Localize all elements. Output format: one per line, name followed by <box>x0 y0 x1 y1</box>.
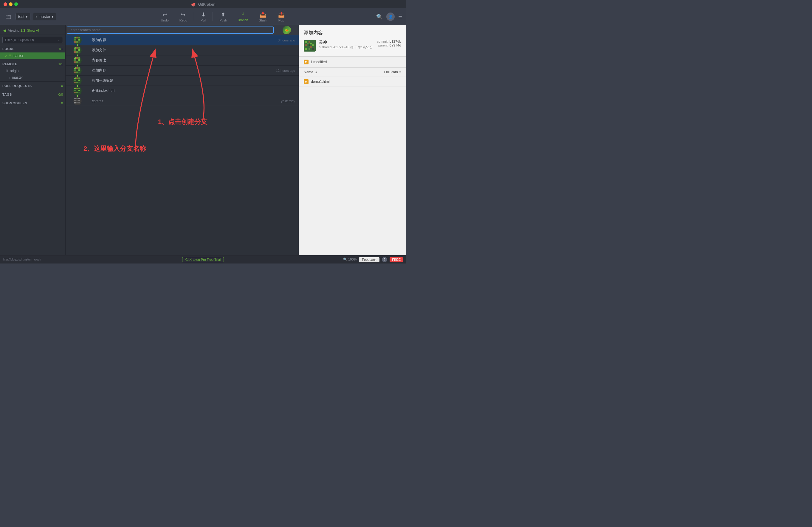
commit-node-avatar <box>73 46 82 55</box>
feedback-button[interactable]: Feedback <box>359 257 379 262</box>
sidebar-item-master-local[interactable]: ✓ ⑂ master <box>0 53 65 59</box>
fullscreen-button[interactable] <box>14 2 18 6</box>
svg-rect-67 <box>78 100 80 101</box>
branch-input-row: 🐸 <box>66 25 299 35</box>
commit-node-avatar <box>73 77 82 85</box>
commit-row[interactable]: 添加文件 <box>66 45 299 56</box>
local-master-label: master <box>13 54 24 58</box>
branch-dropdown-icon: ▾ <box>52 14 54 19</box>
commit-row[interactable]: 内容修改 <box>66 56 299 65</box>
commit-author-name: 吴冲 <box>319 40 374 45</box>
file-name-text: demo1.html <box>311 79 330 84</box>
branch-item-icon: ⑂ <box>9 54 11 58</box>
submodules-header[interactable]: SUBMODULES 0 <box>0 100 65 107</box>
tags-header[interactable]: TAGS 0/0 <box>0 91 65 98</box>
commit-info: 添加文件 <box>89 48 299 53</box>
local-section-header[interactable]: LOCAL 1/1 <box>0 45 65 53</box>
minimize-button[interactable] <box>9 2 13 6</box>
commit-message: commit <box>92 99 296 103</box>
repo-selector[interactable]: test ▾ <box>15 13 30 20</box>
remote-branch-icon: ⑂ <box>8 75 11 79</box>
origin-label: origin <box>10 69 18 73</box>
svg-rect-81 <box>307 46 308 48</box>
svg-rect-32 <box>74 67 76 69</box>
svg-rect-50 <box>78 82 80 83</box>
commit-list: 3 hours ago添加内容 添加文件 内容修改 12 hours ago添加… <box>66 35 299 106</box>
commit-node-avatar <box>73 36 82 44</box>
file-row-demo1[interactable]: M demo1.html <box>299 77 406 87</box>
push-icon: ⬆ <box>221 11 226 18</box>
svg-rect-14 <box>78 47 80 48</box>
svg-rect-18 <box>74 51 76 53</box>
open-repo-button[interactable] <box>3 12 13 21</box>
pop-button[interactable]: 📤 Pop <box>274 10 289 23</box>
graph-col <box>66 65 89 76</box>
commit-info: 添加内容 <box>89 38 299 43</box>
hamburger-icon[interactable]: ☰ <box>398 14 403 19</box>
branch-icon: ⑂ <box>35 15 37 18</box>
pull-button[interactable]: ⬇ Pull <box>197 10 210 23</box>
branch-name-input[interactable] <box>67 27 274 34</box>
svg-rect-23 <box>76 57 78 59</box>
user-avatar-button[interactable]: 👤 <box>386 13 395 21</box>
svg-rect-10 <box>78 41 80 43</box>
repo-dropdown-icon: ▾ <box>26 14 28 19</box>
sidebar-back-button[interactable]: ◀ <box>2 27 7 33</box>
branch-label: Branch <box>238 18 248 22</box>
commit-row[interactable]: 12 hours ago添加内容 <box>66 65 299 76</box>
help-icon[interactable]: ? <box>382 257 387 262</box>
branch-button[interactable]: ⑂ Branch <box>234 10 252 23</box>
push-button[interactable]: ⬆ Push <box>215 10 231 23</box>
toolbar-separator-1 <box>194 12 194 21</box>
commit-message: 添加一级标题 <box>92 78 296 83</box>
svg-rect-74 <box>305 41 307 43</box>
remote-origin-icon: 🖥 <box>5 69 8 73</box>
commit-row[interactable]: 创建index.html <box>66 86 299 96</box>
svg-rect-25 <box>74 59 76 61</box>
commit-row[interactable]: 添加一级标题 <box>66 76 299 86</box>
sidebar: ◀ Viewing 2/2 Show All Filter (⌘ + Optio… <box>0 25 66 255</box>
svg-rect-84 <box>308 48 310 50</box>
stash-button[interactable]: 📥 Stash <box>255 10 271 23</box>
filter-input-wrapper: Filter (⌘ + Option + f) ⌕ <box>2 36 63 43</box>
svg-rect-6 <box>76 39 78 41</box>
modified-icon: M <box>304 60 308 64</box>
undo-button[interactable]: ↩ Undo <box>157 10 173 23</box>
stash-label: Stash <box>259 18 267 22</box>
main-area: ◀ Viewing 2/2 Show All Filter (⌘ + Optio… <box>0 25 406 255</box>
commit-row[interactable]: yesterdaycommit <box>66 96 299 106</box>
svg-rect-39 <box>76 72 78 73</box>
pull-requests-header[interactable]: PULL REQUESTS 0 <box>0 82 65 89</box>
check-icon: ✓ <box>5 54 8 58</box>
files-name-col-header: Name ▲ <box>304 70 318 74</box>
svg-rect-45 <box>74 79 76 81</box>
commit-authored-text: authored 2017-06-18 @ 下午1点51分 <box>319 45 374 49</box>
sidebar-item-master-remote[interactable]: ⑂ master <box>0 74 65 81</box>
redo-button[interactable]: ↪ Redo <box>175 10 191 23</box>
file-modified-icon: M <box>304 79 308 84</box>
remote-count: 1/1 <box>58 62 63 66</box>
svg-rect-38 <box>74 72 76 73</box>
pull-icon: ⬇ <box>201 11 206 18</box>
svg-rect-77 <box>310 43 312 44</box>
close-button[interactable] <box>3 2 7 6</box>
user-icon: 👤 <box>388 15 393 19</box>
branch-name: master <box>39 14 50 19</box>
commit-hash-info: commit: b127db parent: 0a9f4d <box>377 40 401 47</box>
svg-rect-27 <box>78 59 80 61</box>
svg-rect-29 <box>76 61 78 63</box>
commit-message: 添加内容 <box>92 68 296 73</box>
svg-rect-78 <box>305 44 307 46</box>
svg-rect-24 <box>78 57 80 59</box>
commit-info: 添加一级标题 <box>89 78 299 83</box>
commit-row[interactable]: 3 hours ago添加内容 <box>66 35 299 45</box>
commit-message: 添加文件 <box>92 48 296 53</box>
commit-info: 内容修改 <box>89 58 299 63</box>
sidebar-item-origin[interactable]: 🖥 origin <box>0 68 65 74</box>
app-title: 🐙 GitKraken <box>191 2 216 6</box>
svg-rect-64 <box>78 98 80 99</box>
branch-selector[interactable]: ⑂ master ▾ <box>33 13 56 20</box>
show-all-button[interactable]: Show All <box>27 29 40 32</box>
remote-section-header[interactable]: REMOTE 1/1 <box>0 60 65 68</box>
search-icon[interactable]: 🔍 <box>376 13 383 20</box>
